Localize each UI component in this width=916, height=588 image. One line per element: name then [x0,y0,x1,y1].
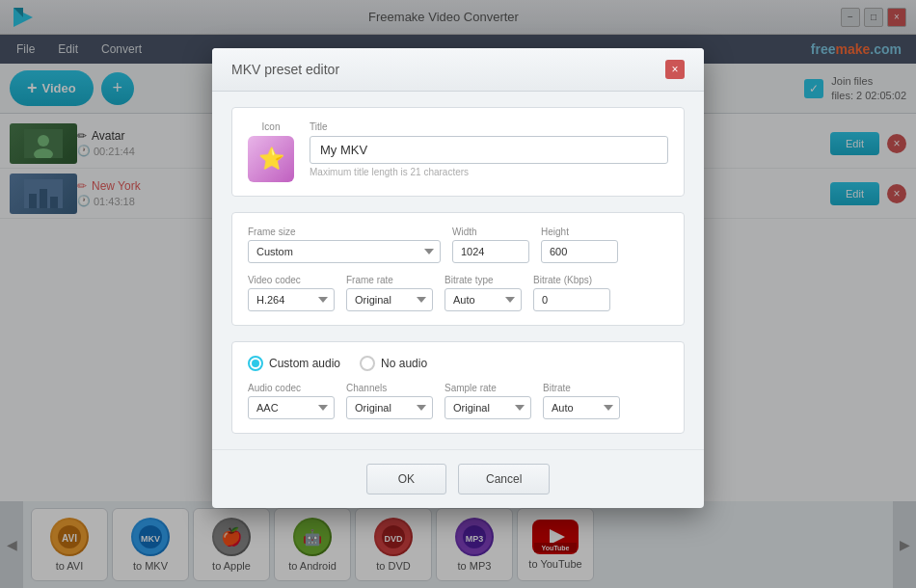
audio-bitrate-select[interactable]: Auto 128 192 256 [543,396,620,419]
title-section: Title Maximum title length is 21 charact… [310,121,668,177]
video-codec-label: Video codec [248,275,335,285]
audio-bitrate-group: Bitrate Auto 128 192 256 [543,383,620,419]
icon-section: Icon ⭐ [248,121,294,182]
sample-rate-group: Sample rate Original 44100 48000 [445,383,531,419]
bitrate-group: Bitrate (Kbps) [533,275,610,311]
frame-rate-label: Frame rate [346,275,433,285]
modal-backdrop: MKV preset editor × Icon ⭐ Title Maximum… [0,0,916,588]
codec-row: Video codec H.264 H.265 MPEG-4 Frame rat… [248,275,668,311]
height-input[interactable] [541,240,618,263]
audio-toggle-row: Custom audio No audio [248,356,668,371]
modal-close-button[interactable]: × [665,60,685,79]
audio-bitrate-label: Bitrate [543,383,620,393]
icon-label: Icon [262,121,281,132]
bitrate-type-select[interactable]: Auto CBR VBR [445,288,522,311]
channels-select[interactable]: Original Stereo Mono [346,396,433,419]
sample-rate-select[interactable]: Original 44100 48000 [445,396,531,419]
video-codec-select[interactable]: H.264 H.265 MPEG-4 [248,288,335,311]
modal-title: MKV preset editor [231,62,339,77]
audio-codec-select[interactable]: AAC MP3 OGG [248,396,335,419]
height-group: Height [541,227,618,263]
channels-label: Channels [346,383,433,393]
mkv-preset-modal: MKV preset editor × Icon ⭐ Title Maximum… [212,48,704,508]
icon-title-section: Icon ⭐ Title Maximum title length is 21 … [231,107,685,197]
width-input[interactable] [452,240,529,263]
bitrate-type-label: Bitrate type [445,275,522,285]
frame-size-row: Frame size Custom 1920x1080 1280x720 854… [248,227,668,263]
no-audio-option[interactable]: No audio [360,356,427,371]
video-codec-group: Video codec H.264 H.265 MPEG-4 [248,275,335,311]
frame-rate-select[interactable]: Original 24 25 30 [346,288,433,311]
frame-size-group: Frame size Custom 1920x1080 1280x720 854… [248,227,441,263]
bitrate-input[interactable] [533,288,610,311]
title-field-label: Title [310,121,668,132]
cancel-button[interactable]: Cancel [458,464,550,494]
title-input[interactable] [310,136,668,164]
no-audio-radio[interactable] [360,356,375,371]
audio-settings-section: Custom audio No audio Audio codec AAC [231,341,685,434]
audio-codec-label: Audio codec [248,383,335,393]
modal-body: Icon ⭐ Title Maximum title length is 21 … [212,92,704,449]
bitrate-label: Bitrate (Kbps) [533,275,610,285]
frame-size-select[interactable]: Custom 1920x1080 1280x720 854x480 [248,240,441,263]
title-hint: Maximum title length is 21 characters [310,167,668,177]
preset-icon[interactable]: ⭐ [248,136,294,182]
custom-audio-option[interactable]: Custom audio [248,356,340,371]
no-audio-label: No audio [381,357,427,370]
modal-header: MKV preset editor × [212,48,704,92]
modal-footer: OK Cancel [212,449,704,508]
audio-codec-group: Audio codec AAC MP3 OGG [248,383,335,419]
sample-rate-label: Sample rate [445,383,531,393]
width-label: Width [452,227,529,237]
frame-rate-group: Frame rate Original 24 25 30 [346,275,433,311]
ok-button[interactable]: OK [366,464,446,494]
audio-codec-row: Audio codec AAC MP3 OGG Channels Origina… [248,383,668,419]
frame-size-label: Frame size [248,227,441,237]
main-window: Freemake Video Converter − □ × File Edit… [0,0,916,588]
channels-group: Channels Original Stereo Mono [346,383,433,419]
width-group: Width [452,227,529,263]
height-label: Height [541,227,618,237]
custom-audio-radio[interactable] [248,356,263,371]
bitrate-type-group: Bitrate type Auto CBR VBR [445,275,522,311]
custom-audio-label: Custom audio [269,357,340,370]
video-settings-section: Frame size Custom 1920x1080 1280x720 854… [231,212,685,326]
